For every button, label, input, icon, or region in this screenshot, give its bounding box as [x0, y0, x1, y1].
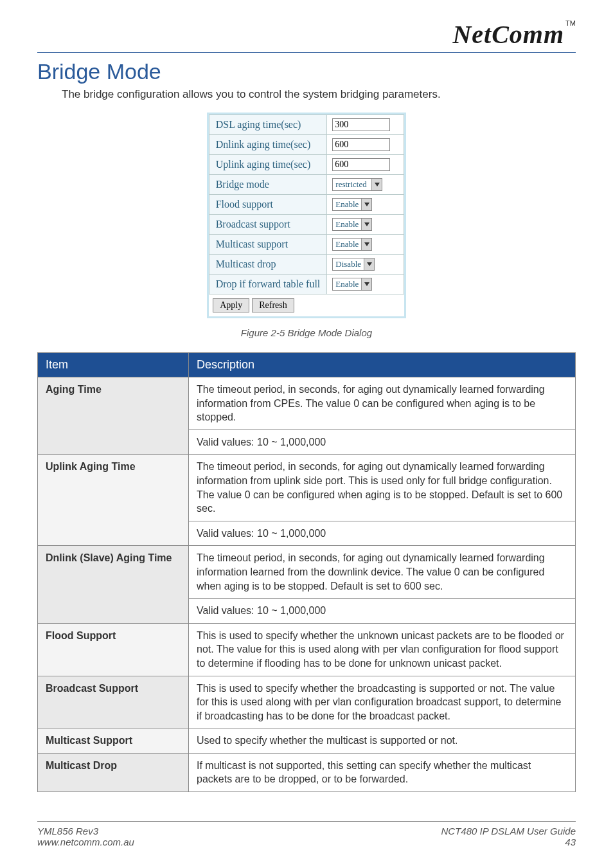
table-row: Broadcast SupportThis is used to specify… — [38, 676, 576, 728]
table-desc-cell: Valid values: 10 ~ 1,000,000 — [189, 521, 576, 546]
dialog-input[interactable] — [332, 138, 390, 151]
dialog-select[interactable]: Enable — [332, 218, 372, 231]
intro-text: The bridge configuration allows you to c… — [62, 88, 576, 101]
chevron-down-icon — [361, 199, 371, 210]
table-item-cell: Flood Support — [38, 623, 189, 676]
brand-tm: TM — [565, 19, 576, 27]
table-row: Flood SupportThis is used to specify whe… — [38, 623, 576, 676]
table-row: Multicast DropIf multicast is not suppor… — [38, 753, 576, 791]
page-footer: YML856 Rev3 www.netcomm.com.au NCT480 IP… — [37, 821, 576, 847]
dialog-select[interactable]: Enable — [332, 278, 372, 291]
chevron-down-icon — [361, 219, 371, 230]
dialog-row-label: Bridge mode — [209, 175, 327, 195]
svg-marker-1 — [364, 203, 369, 206]
table-desc-cell: This is used to specify whether the broa… — [189, 676, 576, 728]
dialog-select-value: Enable — [333, 219, 361, 230]
dialog-row-label: Drop if forward table full — [209, 275, 327, 294]
footer-guide: NCT480 IP DSLAM User Guide — [441, 826, 576, 836]
svg-marker-0 — [375, 183, 380, 186]
dialog-select-value: Disable — [333, 258, 364, 270]
table-row: Dnlink (Slave) Aging TimeThe timeout per… — [38, 546, 576, 599]
table-header-item: Item — [38, 353, 189, 377]
footer-url: www.netcomm.com.au — [37, 836, 134, 847]
dialog-select-value: Enable — [333, 278, 361, 290]
table-item-cell: Broadcast Support — [38, 676, 189, 728]
description-table: Item Description Aging TimeThe timeout p… — [37, 352, 576, 792]
brand-header: NetCommTM — [37, 19, 576, 53]
table-desc-cell: Used to specify whether the multicast is… — [189, 728, 576, 754]
table-header-desc: Description — [189, 353, 576, 377]
table-desc-cell: Valid values: 10 ~ 1,000,000 — [189, 599, 576, 624]
brand-logo: NetComm — [452, 20, 564, 49]
chevron-down-icon — [371, 179, 382, 190]
dialog-row-label: Multicast support — [209, 235, 327, 255]
svg-marker-4 — [367, 262, 372, 266]
table-desc-cell: The timeout period, in seconds, for agin… — [189, 455, 576, 521]
table-desc-cell: The timeout period, in seconds, for agin… — [189, 546, 576, 599]
chevron-down-icon — [361, 239, 371, 250]
dialog-input[interactable] — [332, 158, 390, 171]
table-item-cell: Multicast Drop — [38, 753, 189, 791]
dialog-row-label: Multicast drop — [209, 255, 327, 275]
dialog-select[interactable]: restricted — [332, 178, 382, 191]
bridge-mode-dialog: DSL aging time(sec)Dnlink aging time(sec… — [207, 113, 407, 318]
table-desc-cell: The timeout period, in seconds, for agin… — [189, 377, 576, 430]
chevron-down-icon — [361, 278, 371, 290]
dialog-row-label: Broadcast support — [209, 215, 327, 235]
footer-rev: YML856 Rev3 — [37, 826, 134, 836]
dialog-row-label: DSL aging time(sec) — [209, 115, 327, 135]
table-item-cell: Dnlink (Slave) Aging Time — [38, 546, 189, 623]
dialog-select[interactable]: Enable — [332, 238, 372, 251]
table-row: Multicast SupportUsed to specify whether… — [38, 728, 576, 754]
apply-button[interactable]: Apply — [213, 298, 249, 312]
refresh-button[interactable]: Refresh — [252, 298, 294, 312]
dialog-select[interactable]: Disable — [332, 258, 375, 271]
figure-caption: Figure 2-5 Bridge Mode Dialog — [37, 327, 576, 338]
dialog-select[interactable]: Enable — [332, 198, 372, 211]
dialog-row-label: Dnlink aging time(sec) — [209, 135, 327, 155]
table-row: Uplink Aging TimeThe timeout period, in … — [38, 455, 576, 521]
table-desc-cell: Valid values: 10 ~ 1,000,000 — [189, 429, 576, 455]
table-desc-cell: If multicast is not supported, this sett… — [189, 753, 576, 791]
table-desc-cell: This is used to specify whether the unkn… — [189, 623, 576, 676]
table-row: Aging TimeThe timeout period, in seconds… — [38, 377, 576, 430]
dialog-select-value: restricted — [333, 179, 371, 190]
dialog-select-value: Enable — [333, 239, 361, 250]
dialog-input[interactable] — [332, 118, 390, 131]
dialog-row-label: Uplink aging time(sec) — [209, 155, 327, 175]
dialog-select-value: Enable — [333, 199, 361, 210]
table-item-cell: Aging Time — [38, 377, 189, 455]
svg-marker-2 — [364, 222, 369, 226]
table-item-cell: Multicast Support — [38, 728, 189, 754]
footer-page: 43 — [441, 836, 576, 847]
page-title: Bridge Mode — [37, 59, 576, 84]
chevron-down-icon — [364, 258, 374, 270]
svg-marker-3 — [364, 242, 369, 246]
svg-marker-5 — [364, 282, 369, 286]
table-item-cell: Uplink Aging Time — [38, 455, 189, 546]
dialog-row-label: Flood support — [209, 195, 327, 215]
